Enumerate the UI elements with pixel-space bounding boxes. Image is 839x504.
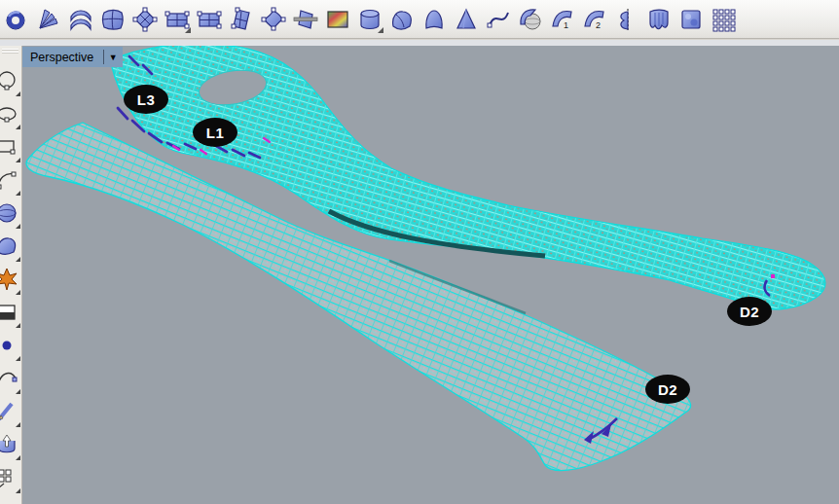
- extrude-tapered-icon[interactable]: [450, 4, 482, 35]
- loft-icon[interactable]: [64, 4, 96, 35]
- point-tool-icon[interactable]: [0, 332, 21, 365]
- flyout-triangle-icon[interactable]: [16, 257, 20, 262]
- arc-tool-icon[interactable]: [0, 166, 21, 199]
- curve-tool-icon[interactable]: [0, 365, 21, 398]
- move-tool-icon[interactable]: [0, 431, 21, 464]
- rectangle-tool-icon[interactable]: [0, 133, 21, 166]
- application-window: 1 2: [0, 0, 839, 504]
- viewport-title-tab[interactable]: Perspective ▼: [22, 47, 123, 67]
- svg-text:1: 1: [564, 20, 568, 30]
- flyout-triangle-icon[interactable]: [185, 27, 191, 33]
- flyout-triangle-icon[interactable]: [16, 356, 20, 361]
- annotation-label-D2-upper: D2: [727, 297, 772, 326]
- sphere-tool-icon[interactable]: [0, 199, 21, 233]
- rectangular-plane-vertical-icon[interactable]: [225, 4, 257, 35]
- flyout-triangle-icon[interactable]: [16, 323, 20, 328]
- flyout-triangle-icon[interactable]: [16, 389, 20, 394]
- ribbon-icon[interactable]: [482, 4, 514, 35]
- hatch-tool-icon[interactable]: [0, 299, 21, 332]
- ellipse-tool-icon[interactable]: [0, 100, 21, 133]
- viewport-canvas[interactable]: [22, 46, 839, 504]
- svg-text:2: 2: [596, 20, 601, 30]
- flyout-triangle-icon[interactable]: [16, 191, 20, 196]
- extrude-to-point-icon[interactable]: [418, 4, 450, 35]
- rectangular-plane-corner-icon[interactable]: [161, 4, 193, 35]
- drape-surface-icon[interactable]: [642, 4, 675, 35]
- surface-toolbar: 1 2: [0, 0, 839, 39]
- upper-surface[interactable]: [110, 46, 825, 309]
- flyout-triangle-icon[interactable]: [16, 125, 20, 129]
- tab-separator: [103, 50, 104, 64]
- sweep-1-rail-icon[interactable]: 1: [546, 4, 578, 35]
- heightfield-icon[interactable]: [675, 4, 707, 35]
- annotation-label-D2-lower: D2: [645, 375, 690, 404]
- flyout-triangle-icon[interactable]: [16, 91, 20, 96]
- perspective-viewport[interactable]: Perspective ▼ L3 L1 D2 D2: [22, 46, 839, 504]
- explode-tool-icon[interactable]: [0, 266, 21, 299]
- toolbar-grip[interactable]: [2, 49, 18, 51]
- annotation-label-L3: L3: [124, 85, 168, 114]
- viewport-menu-arrow-icon[interactable]: ▼: [107, 53, 119, 62]
- surface-from-points-icon[interactable]: [32, 4, 64, 35]
- deformable-plane-icon[interactable]: [257, 4, 289, 35]
- flyout-triangle-icon[interactable]: [16, 488, 20, 493]
- patch-icon[interactable]: [96, 4, 128, 35]
- surface-from-curve-network-icon[interactable]: [128, 4, 161, 35]
- cutting-plane-icon[interactable]: [289, 4, 321, 35]
- viewport-title[interactable]: Perspective: [30, 51, 93, 64]
- polyline-tool-icon[interactable]: [0, 398, 21, 431]
- rail-revolve-icon[interactable]: [514, 4, 546, 35]
- flyout-triangle-icon[interactable]: [16, 455, 20, 460]
- freeform-surface-tool-icon[interactable]: [0, 233, 21, 266]
- picture-frame-icon[interactable]: [321, 4, 353, 35]
- revolve-icon[interactable]: [610, 4, 642, 35]
- extrude-along-curve-icon[interactable]: [385, 4, 418, 35]
- toolbar-grip[interactable]: [2, 52, 18, 54]
- grid-snap-tool-icon[interactable]: [0, 464, 21, 497]
- flyout-triangle-icon[interactable]: [378, 27, 383, 33]
- extrude-curve-straight-icon[interactable]: [353, 4, 385, 35]
- flyout-triangle-icon[interactable]: [16, 224, 20, 229]
- flyout-triangle-icon[interactable]: [16, 422, 20, 427]
- circle-tool-icon[interactable]: [0, 67, 21, 100]
- surface-from-point-grid-icon[interactable]: [707, 4, 739, 35]
- main-tool-sidebar: [0, 46, 22, 504]
- flyout-triangle-icon[interactable]: [16, 158, 20, 162]
- flyout-triangle-icon[interactable]: [16, 290, 20, 295]
- annotation-label-L1: L1: [193, 118, 237, 147]
- rectangular-plane-3-points-icon[interactable]: [193, 4, 225, 35]
- sweep-2-rails-icon[interactable]: 2: [578, 4, 610, 35]
- surface-from-planar-curves-icon[interactable]: [0, 4, 32, 35]
